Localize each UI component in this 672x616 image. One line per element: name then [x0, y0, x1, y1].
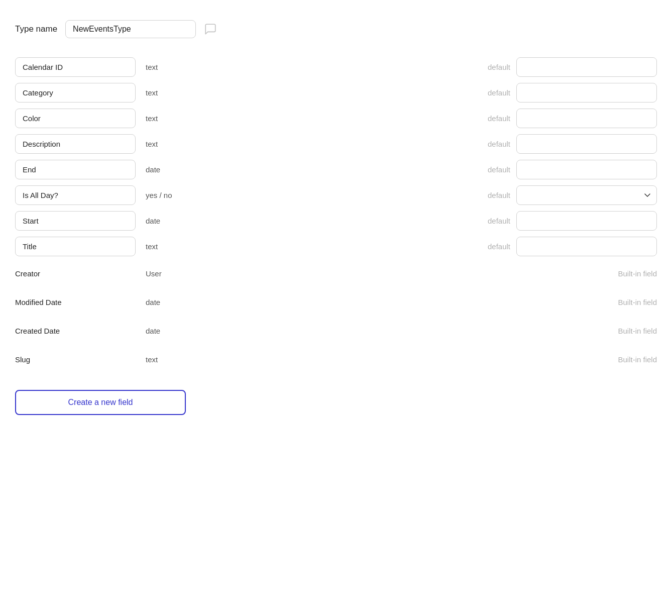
field-name-input-category[interactable]	[15, 83, 136, 102]
field-default-input-description[interactable]	[516, 134, 657, 154]
field-default-label-description: default	[471, 140, 516, 148]
builtin-field-name-creator: Creator	[15, 264, 136, 283]
field-type-start: date	[136, 212, 236, 230]
field-name-input-color[interactable]	[15, 109, 136, 128]
field-row-end: date default	[15, 157, 657, 182]
builtin-row-modified-date: Modified Date date Built-in field	[15, 288, 657, 317]
field-name-input-start[interactable]	[15, 211, 136, 231]
field-default-input-start[interactable]	[516, 211, 657, 231]
builtin-right-section-created-date: Built-in field	[471, 327, 657, 335]
field-default-label-title: default	[471, 242, 516, 251]
field-right-section-is-all-day: default	[471, 185, 657, 205]
field-type-description: text	[136, 135, 236, 153]
field-type-calendar-id: text	[136, 58, 236, 76]
field-right-section-category: default	[471, 83, 657, 102]
builtin-field-type-slug: text	[136, 350, 236, 369]
field-row-calendar-id: text default	[15, 54, 657, 80]
field-default-input-category[interactable]	[516, 83, 657, 102]
builtin-field-type-modified-date: date	[136, 293, 236, 312]
builtin-field-type-creator: User	[136, 264, 236, 283]
field-default-input-calendar-id[interactable]	[516, 57, 657, 77]
field-row-start: date default	[15, 208, 657, 234]
field-default-select-is-all-day[interactable]	[516, 185, 657, 205]
field-right-section-start: default	[471, 211, 657, 231]
field-type-is-all-day: yes / no	[136, 186, 236, 204]
builtin-right-section-creator: Built-in field	[471, 269, 657, 278]
field-default-input-title[interactable]	[516, 237, 657, 256]
field-default-label-start: default	[471, 217, 516, 225]
fields-list: text default text default text default t…	[15, 54, 657, 259]
field-right-section-description: default	[471, 134, 657, 154]
builtin-row-creator: Creator User Built-in field	[15, 259, 657, 288]
comment-icon[interactable]	[204, 23, 217, 36]
field-name-input-calendar-id[interactable]	[15, 57, 136, 77]
field-name-input-is-all-day[interactable]	[15, 185, 136, 205]
field-name-input-end[interactable]	[15, 160, 136, 179]
field-default-label-calendar-id: default	[471, 63, 516, 71]
builtin-field-name-slug: Slug	[15, 350, 136, 369]
builtin-row-slug: Slug text Built-in field	[15, 345, 657, 374]
field-type-title: text	[136, 237, 236, 256]
field-type-category: text	[136, 83, 236, 102]
field-row-title: text default	[15, 234, 657, 259]
field-row-category: text default	[15, 80, 657, 106]
field-default-input-color[interactable]	[516, 109, 657, 128]
builtin-field-type-created-date: date	[136, 322, 236, 340]
field-right-section-end: default	[471, 160, 657, 179]
builtin-right-section-slug: Built-in field	[471, 355, 657, 364]
builtin-label-created-date: Built-in field	[471, 327, 657, 335]
field-default-label-category: default	[471, 88, 516, 97]
builtin-label-creator: Built-in field	[471, 269, 657, 278]
builtin-row-created-date: Created Date date Built-in field	[15, 317, 657, 345]
field-right-section-color: default	[471, 109, 657, 128]
builtin-label-slug: Built-in field	[471, 355, 657, 364]
field-default-label-is-all-day: default	[471, 191, 516, 199]
type-name-label: Type name	[15, 24, 57, 34]
field-default-label-color: default	[471, 114, 516, 123]
field-name-input-description[interactable]	[15, 134, 136, 154]
builtin-fields-list: Creator User Built-in field Modified Dat…	[15, 259, 657, 374]
field-type-end: date	[136, 160, 236, 179]
field-name-input-title[interactable]	[15, 237, 136, 256]
create-new-field-button[interactable]: Create a new field	[15, 390, 186, 415]
field-row-is-all-day: yes / no default	[15, 182, 657, 208]
field-row-description: text default	[15, 131, 657, 157]
builtin-field-name-created-date: Created Date	[15, 322, 136, 340]
builtin-label-modified-date: Built-in field	[471, 298, 657, 306]
field-default-input-end[interactable]	[516, 160, 657, 179]
field-right-section-title: default	[471, 237, 657, 256]
field-default-label-end: default	[471, 165, 516, 174]
field-type-color: text	[136, 109, 236, 128]
field-row-color: text default	[15, 106, 657, 131]
builtin-field-name-modified-date: Modified Date	[15, 293, 136, 312]
type-name-input[interactable]	[65, 20, 196, 38]
builtin-right-section-modified-date: Built-in field	[471, 298, 657, 306]
field-right-section-calendar-id: default	[471, 57, 657, 77]
type-name-row: Type name	[15, 20, 657, 38]
